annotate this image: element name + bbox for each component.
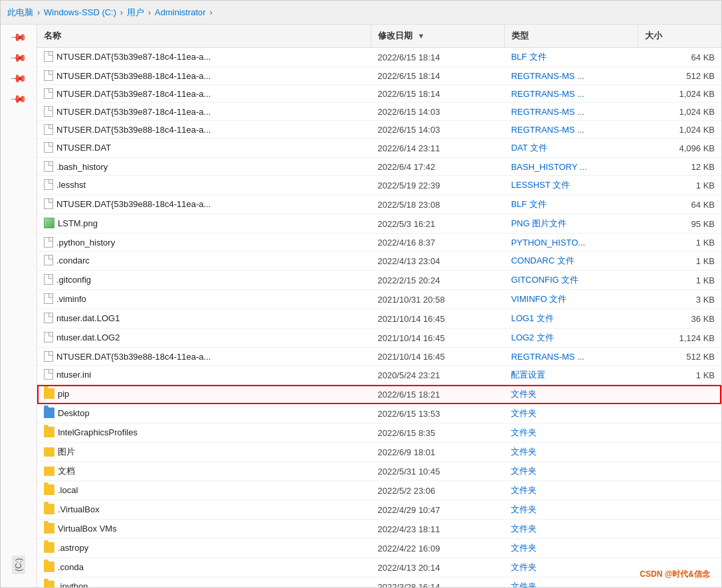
table-row[interactable]: .bash_history 2022/6/4 17:42 BASH_HISTOR… xyxy=(37,158,721,176)
image-icon xyxy=(44,218,54,228)
cell-size: 64 KB xyxy=(638,48,721,67)
table-row[interactable]: .viminfo 2021/10/31 20:58 VIMINFO 文件 3 K… xyxy=(37,290,721,309)
pin-icon-0[interactable]: 📌 xyxy=(9,29,28,47)
cell-name: NTUSER.DAT{53b39e87-18c4-11ea-a... xyxy=(37,85,303,102)
file-name-label: .VirtualBox xyxy=(58,504,100,514)
table-row[interactable]: NTUSER.DAT{53b39e87-18c4-11ea-a... 2022/… xyxy=(37,48,721,67)
cell-type: LOG1 文件 xyxy=(504,309,638,329)
file-table: 名称 修改日期 ▼ 类型 大小 xyxy=(37,25,721,587)
file-icon xyxy=(44,237,53,248)
cell-name: NTUSER.DAT{53b39e88-18c4-11ea-a... xyxy=(37,121,303,138)
cell-date: 2022/6/4 17:42 xyxy=(371,158,504,176)
cell-date: 2022/4/13 23:04 xyxy=(371,252,504,271)
folder-icon xyxy=(44,504,54,514)
cell-size: 1,024 KB xyxy=(638,121,721,139)
cell-type: BLF 文件 xyxy=(504,48,638,67)
cell-date: 2022/6/15 18:14 xyxy=(371,85,504,103)
folder-blue-icon xyxy=(44,407,54,418)
table-row[interactable]: ntuser.dat.LOG1 2021/10/14 16:45 LOG1 文件… xyxy=(37,309,721,329)
table-row[interactable]: IntelGraphicsProfiles 2022/6/15 8:35 文件夹 xyxy=(37,423,721,443)
cell-date: 2022/4/16 8:37 xyxy=(371,234,504,252)
pin-icon-1[interactable]: 📌 xyxy=(9,49,28,68)
cell-date: 2022/6/15 8:35 xyxy=(371,423,504,443)
file-name-label: .astropy xyxy=(58,543,88,553)
table-row[interactable]: .local 2022/5/2 23:06 文件夹 xyxy=(37,481,721,500)
folder-pic-icon xyxy=(44,447,54,457)
file-name-label: .python_history xyxy=(56,238,115,248)
table-row[interactable]: LSTM.png 2022/5/3 16:21 PNG 图片文件 95 KB xyxy=(37,214,721,234)
table-row[interactable]: pip 2022/6/15 18:21 文件夹 xyxy=(37,385,721,404)
cell-date: 2022/6/15 14:03 xyxy=(371,121,504,139)
table-row[interactable]: .VirtualBox 2022/4/29 10:47 文件夹 xyxy=(37,500,721,520)
table-row[interactable]: .condarc 2022/4/13 23:04 CONDARC 文件 1 KB xyxy=(37,252,721,271)
file-icon xyxy=(44,293,53,304)
breadcrumb-item-3[interactable]: Administrator xyxy=(155,7,206,17)
breadcrumb-item-2[interactable]: 用户 xyxy=(127,7,144,19)
file-name-label: .conda xyxy=(58,562,84,572)
cell-name: .condarc xyxy=(37,252,303,269)
file-icon xyxy=(44,332,53,342)
table-row[interactable]: 图片 2022/6/9 18:01 文件夹 xyxy=(37,443,721,462)
col-header-type[interactable]: 类型 xyxy=(504,25,638,48)
cell-date: 2022/5/31 10:45 xyxy=(371,462,504,481)
cell-size xyxy=(638,443,721,462)
file-icon xyxy=(44,106,53,117)
table-row[interactable]: 文档 2022/5/31 10:45 文件夹 xyxy=(37,462,721,481)
cell-name: pip xyxy=(37,385,303,402)
table-row[interactable]: .astropy 2022/4/22 16:09 文件夹 xyxy=(37,539,721,558)
cell-type: DAT 文件 xyxy=(504,139,638,158)
table-row[interactable]: NTUSER.DAT{53b39e88-18c4-11ea-a... 2022/… xyxy=(37,195,721,214)
table-row[interactable]: .gitconfig 2022/2/15 20:24 GITCONFIG 文件 … xyxy=(37,271,721,290)
file-icon xyxy=(44,179,53,190)
table-row[interactable]: NTUSER.DAT{53b39e87-18c4-11ea-a... 2022/… xyxy=(37,103,721,121)
table-row[interactable]: ntuser.ini 2020/5/24 23:21 配置设置 1 KB xyxy=(37,366,721,385)
file-icon xyxy=(44,198,53,209)
table-row[interactable]: NTUSER.DAT 2022/6/14 23:11 DAT 文件 4,096 … xyxy=(37,139,721,158)
breadcrumb-sep-1: › xyxy=(119,8,124,17)
breadcrumb-item-1[interactable]: Windows-SSD (C:) xyxy=(44,7,116,17)
table-row[interactable]: NTUSER.DAT{53b39e88-18c4-11ea-a... 2021/… xyxy=(37,348,721,366)
col-header-name[interactable]: 名称 xyxy=(37,25,371,48)
cell-size xyxy=(638,423,721,443)
cell-size: 12 KB xyxy=(638,158,721,176)
file-name-label: ntuser.ini xyxy=(56,370,91,380)
cell-name: .VirtualBox xyxy=(37,500,303,518)
cell-name: Desktop xyxy=(37,404,303,421)
table-row[interactable]: .ipython 2022/3/28 16:14 文件夹 xyxy=(37,577,721,588)
table-row[interactable]: Desktop 2022/6/15 13:53 文件夹 xyxy=(37,404,721,423)
cell-type: BASH_HISTORY ... xyxy=(504,158,638,176)
table-row[interactable]: ntuser.dat.LOG2 2021/10/14 16:45 LOG2 文件… xyxy=(37,329,721,348)
file-name-label: .condarc xyxy=(56,256,90,265)
table-row[interactable]: .lesshst 2022/5/19 22:39 LESSHST 文件 1 KB xyxy=(37,176,721,195)
sidebar: 📌 📌 📌 📌 (C:) xyxy=(1,25,37,587)
table-row[interactable]: NTUSER.DAT{53b39e87-18c4-11ea-a... 2022/… xyxy=(37,85,721,103)
breadcrumb-item-0[interactable]: 此电脑 xyxy=(7,7,33,19)
file-icon xyxy=(44,70,53,81)
cell-type: 文件夹 xyxy=(504,500,638,520)
file-name-label: .gitconfig xyxy=(56,275,91,285)
cell-size: 3 KB xyxy=(638,290,721,309)
table-row[interactable]: .python_history 2022/4/16 8:37 PYTHON_HI… xyxy=(37,234,721,252)
table-row[interactable]: NTUSER.DAT{53b39e88-18c4-11ea-a... 2022/… xyxy=(37,67,721,85)
file-name-label: 文档 xyxy=(58,465,75,477)
cell-date: 2022/5/18 23:08 xyxy=(371,195,504,214)
table-row[interactable]: NTUSER.DAT{53b39e88-18c4-11ea-a... 2022/… xyxy=(37,121,721,139)
breadcrumb-sep-0: › xyxy=(36,8,41,17)
cell-size: 1,024 KB xyxy=(638,85,721,103)
table-row[interactable]: .conda 2022/4/13 20:14 文件夹 xyxy=(37,558,721,577)
col-header-size[interactable]: 大小 xyxy=(638,25,721,48)
file-name-label: NTUSER.DAT{53b39e87-18c4-11ea-a... xyxy=(56,107,211,117)
pin-icon-3[interactable]: 📌 xyxy=(9,90,28,109)
cell-size: 36 KB xyxy=(638,309,721,329)
cell-date: 2022/4/22 16:09 xyxy=(371,539,504,558)
cell-name: 图片 xyxy=(37,443,303,461)
cell-type: PNG 图片文件 xyxy=(504,214,638,234)
pin-icon-2[interactable]: 📌 xyxy=(9,70,28,88)
file-name-label: .bash_history xyxy=(56,162,108,172)
file-list-area[interactable]: 名称 修改日期 ▼ 类型 大小 xyxy=(37,25,721,587)
table-header-row: 名称 修改日期 ▼ 类型 大小 xyxy=(37,25,721,48)
col-header-date[interactable]: 修改日期 ▼ xyxy=(371,25,504,48)
file-name-label: IntelGraphicsProfiles xyxy=(58,427,137,437)
cell-date: 2022/6/15 18:14 xyxy=(371,67,504,85)
table-row[interactable]: VirtualBox VMs 2022/4/23 18:11 文件夹 xyxy=(37,520,721,539)
